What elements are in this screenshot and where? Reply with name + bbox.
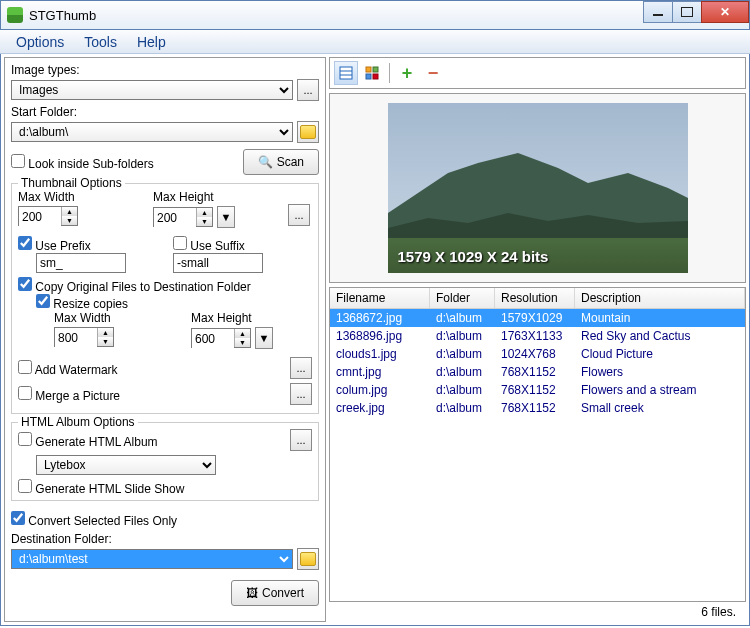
add-watermark-checkbox[interactable] (18, 360, 32, 374)
right-panel: + − 1579 X 1029 X 24 bits Filename Folde… (329, 57, 746, 622)
maximize-button[interactable] (672, 1, 702, 23)
use-suffix[interactable]: Use Suffix (173, 239, 245, 253)
toolbar-separator (389, 63, 390, 83)
start-folder-select[interactable]: d:\album\ (11, 122, 293, 142)
col-folder[interactable]: Folder (430, 288, 495, 308)
remove-button[interactable]: − (421, 61, 445, 85)
table-row[interactable]: 1368896.jpgd:\album1763X1133Red Sky and … (330, 327, 745, 345)
right-toolbar: + − (329, 57, 746, 89)
use-prefix-checkbox[interactable] (18, 236, 32, 250)
album-style-select[interactable]: Lytebox (36, 455, 216, 475)
suffix-input[interactable] (173, 253, 263, 273)
col-resolution[interactable]: Resolution (495, 288, 575, 308)
menu-options[interactable]: Options (8, 32, 72, 52)
preview-pane: 1579 X 1029 X 24 bits (329, 93, 746, 283)
menu-help[interactable]: Help (129, 32, 174, 52)
resize-maxwidth-label: Max Width (54, 311, 175, 325)
close-button[interactable] (701, 1, 749, 23)
convert-selected-checkbox[interactable] (11, 511, 25, 525)
folder-icon (300, 552, 316, 566)
menu-bar: Options Tools Help (0, 30, 750, 54)
html-album-legend: HTML Album Options (18, 415, 138, 429)
look-inside-subfolders[interactable]: Look inside Sub-folders (11, 154, 154, 171)
thumb-maxwidth-label: Max Width (18, 190, 137, 204)
resize-copies[interactable]: Resize copies (36, 297, 128, 311)
plus-icon: + (402, 63, 413, 84)
scan-button[interactable]: 🔍 Scan (243, 149, 319, 175)
use-suffix-checkbox[interactable] (173, 236, 187, 250)
prefix-input[interactable] (36, 253, 126, 273)
thumb-more-button[interactable]: ... (288, 204, 310, 226)
generate-slideshow-checkbox[interactable] (18, 479, 32, 493)
copy-originals[interactable]: Copy Original Files to Destination Folde… (18, 280, 251, 294)
generate-slideshow[interactable]: Generate HTML Slide Show (18, 482, 184, 496)
file-list: Filename Folder Resolution Description 1… (329, 287, 746, 602)
resize-size-dropdown-button[interactable]: ▼ (255, 327, 273, 349)
menu-tools[interactable]: Tools (76, 32, 125, 52)
thumb-maxwidth-input[interactable] (19, 207, 61, 227)
html-album-group: HTML Album Options Generate HTML Album .… (11, 422, 319, 501)
image-types-more-button[interactable]: ... (297, 79, 319, 101)
resize-maxheight-spinner[interactable]: ▲▼ (191, 328, 251, 348)
titlebar: STGThumb (0, 0, 750, 30)
dest-folder-label: Destination Folder: (11, 532, 319, 546)
merge-more-button[interactable]: ... (290, 383, 312, 405)
image-types-label: Image types: (11, 63, 319, 77)
options-panel: Image types: Images ... Start Folder: d:… (4, 57, 326, 622)
merge-picture[interactable]: Merge a Picture (18, 386, 120, 403)
thumbnail-options-legend: Thumbnail Options (18, 176, 125, 190)
app-icon (7, 7, 23, 23)
start-folder-browse-button[interactable] (297, 121, 319, 143)
svg-rect-4 (373, 67, 378, 72)
minus-icon: − (428, 63, 439, 84)
thumb-maxheight-input[interactable] (154, 208, 196, 228)
window-buttons (644, 1, 749, 23)
dest-folder-select[interactable]: d:\album\test (11, 549, 293, 569)
table-row[interactable]: creek.jpgd:\album768X1152Small creek (330, 399, 745, 417)
thumb-maxwidth-spinner[interactable]: ▲▼ (18, 206, 78, 226)
file-list-body[interactable]: 1368672.jpgd:\album1579X1029Mountain1368… (330, 309, 745, 601)
window-title: STGThumb (29, 8, 96, 23)
file-list-header: Filename Folder Resolution Description (330, 288, 745, 309)
view-details-button[interactable] (334, 61, 358, 85)
svg-rect-6 (373, 74, 378, 79)
dest-folder-browse-button[interactable] (297, 548, 319, 570)
merge-picture-checkbox[interactable] (18, 386, 32, 400)
thumb-maxheight-label: Max Height (153, 190, 272, 204)
start-folder-label: Start Folder: (11, 105, 319, 119)
folder-icon (300, 125, 316, 139)
svg-rect-0 (340, 67, 352, 79)
resize-maxheight-label: Max Height (191, 311, 312, 325)
status-bar: 6 files. (329, 602, 746, 622)
add-button[interactable]: + (395, 61, 419, 85)
watermark-more-button[interactable]: ... (290, 357, 312, 379)
convert-button[interactable]: 🖼 Convert (231, 580, 319, 606)
table-row[interactable]: colum.jpgd:\album768X1152Flowers and a s… (330, 381, 745, 399)
image-types-select[interactable]: Images (11, 80, 293, 100)
table-row[interactable]: cmnt.jpgd:\album768X1152Flowers (330, 363, 745, 381)
generate-album-checkbox[interactable] (18, 432, 32, 446)
copy-originals-checkbox[interactable] (18, 277, 32, 291)
generate-album[interactable]: Generate HTML Album (18, 432, 158, 449)
col-description[interactable]: Description (575, 288, 745, 308)
svg-rect-3 (366, 67, 371, 72)
resize-maxwidth-spinner[interactable]: ▲▼ (54, 327, 114, 347)
add-watermark[interactable]: Add Watermark (18, 360, 118, 377)
col-filename[interactable]: Filename (330, 288, 430, 308)
svg-rect-5 (366, 74, 371, 79)
resize-copies-checkbox[interactable] (36, 294, 50, 308)
look-inside-checkbox[interactable] (11, 154, 25, 168)
resize-maxheight-input[interactable] (192, 329, 234, 349)
resize-maxwidth-input[interactable] (55, 328, 97, 348)
view-thumbnails-button[interactable] (360, 61, 384, 85)
preview-info: 1579 X 1029 X 24 bits (398, 248, 549, 265)
convert-selected-only[interactable]: Convert Selected Files Only (11, 514, 177, 528)
table-row[interactable]: 1368672.jpgd:\album1579X1029Mountain (330, 309, 745, 327)
album-more-button[interactable]: ... (290, 429, 312, 451)
thumb-maxheight-spinner[interactable]: ▲▼ (153, 207, 213, 227)
thumb-size-dropdown-button[interactable]: ▼ (217, 206, 235, 228)
preview-image: 1579 X 1029 X 24 bits (388, 103, 688, 273)
minimize-button[interactable] (643, 1, 673, 23)
table-row[interactable]: clouds1.jpgd:\album1024X768Cloud Picture (330, 345, 745, 363)
use-prefix[interactable]: Use Prefix (18, 239, 91, 253)
